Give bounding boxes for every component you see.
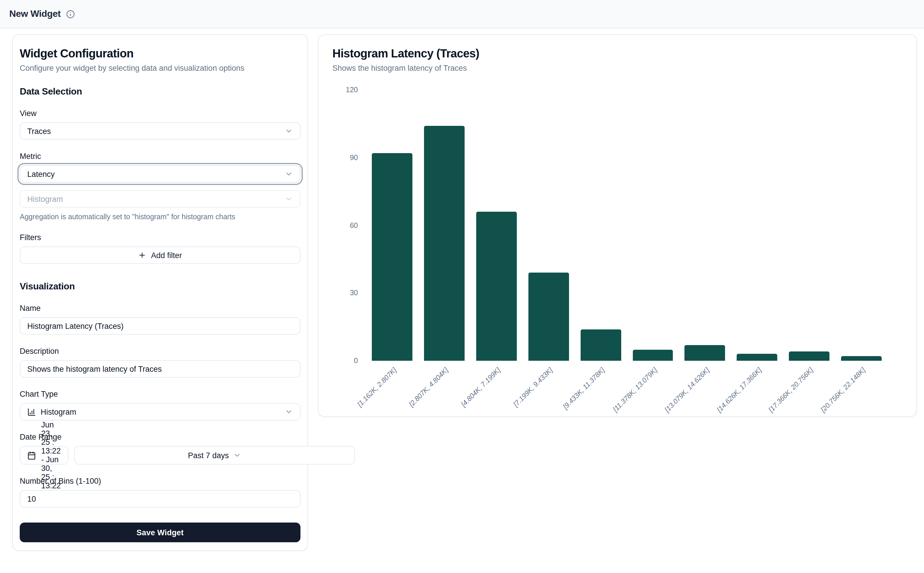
add-filter-button[interactable]: Add filter xyxy=(20,246,301,264)
calendar-icon xyxy=(27,451,36,460)
date-range-field: Date Range Jun 23, 25 : 13:22 - Jun 30, … xyxy=(20,433,301,465)
chart-type-field: Chart Type Histogram xyxy=(20,390,301,421)
x-axis-tick: [9.433K, 11.378K] xyxy=(562,366,606,410)
chart-type-select[interactable]: Histogram xyxy=(20,403,301,421)
widget-configuration-card: Widget Configuration Configure your widg… xyxy=(12,34,308,551)
y-axis-tick: 60 xyxy=(350,221,358,229)
chevron-down-icon xyxy=(285,170,293,178)
aggregation-helper-text: Aggregation is automatically set to "his… xyxy=(20,213,301,221)
view-select[interactable]: Traces xyxy=(20,122,301,140)
section-data-selection: Data Selection xyxy=(20,86,301,97)
bar-slot: [4.804K, 7.199K] xyxy=(476,90,517,361)
x-axis-tick: [2.807K, 4.804K] xyxy=(407,366,450,408)
histogram-bar[interactable] xyxy=(424,126,465,361)
x-axis-tick: [13.079K, 14.626K] xyxy=(663,366,711,414)
filters-field: Filters Add filter xyxy=(20,233,301,264)
bar-slot: [7.199K, 9.433K] xyxy=(528,90,569,361)
x-axis-tick: [11.378K, 13.079K] xyxy=(611,366,659,413)
aggregation-select: Histogram xyxy=(20,190,301,208)
histogram-bar[interactable] xyxy=(685,345,725,361)
histogram-bar[interactable] xyxy=(789,352,830,361)
x-axis-tick: [7.199K, 9.433K] xyxy=(512,366,554,408)
x-axis-tick: [14.626K, 17.366K] xyxy=(715,366,763,414)
histogram-bar[interactable] xyxy=(476,212,517,361)
save-widget-button[interactable]: Save Widget xyxy=(20,523,301,542)
preview-subtitle: Shows the histogram latency of Traces xyxy=(332,64,902,72)
chevron-down-icon xyxy=(285,408,293,416)
bar-slot: [2.807K, 4.804K] xyxy=(424,90,465,361)
chart-type-value: Histogram xyxy=(41,407,76,416)
histogram-bar[interactable] xyxy=(841,356,882,361)
bar-slot: [1.162K, 2.807K] xyxy=(372,90,412,361)
histogram-bar[interactable] xyxy=(528,272,569,361)
bins-input[interactable] xyxy=(20,490,301,507)
chart-bars: [1.162K, 2.807K][2.807K, 4.804K][4.804K,… xyxy=(366,90,882,361)
y-axis-tick: 30 xyxy=(350,289,358,297)
section-visualization: Visualization xyxy=(20,281,301,292)
plus-icon xyxy=(138,251,146,259)
name-input[interactable] xyxy=(20,317,301,335)
date-range-label: Date Range xyxy=(20,433,301,441)
bins-label: Number of Bins (1-100) xyxy=(20,477,301,485)
chevron-down-icon xyxy=(285,127,293,135)
config-card-title: Widget Configuration xyxy=(20,47,301,60)
bar-slot: [17.366K, 20.756K] xyxy=(789,90,830,361)
info-icon[interactable] xyxy=(66,10,75,19)
x-axis-tick: [20.756K, 22.148K] xyxy=(819,366,867,414)
bar-chart-icon xyxy=(27,407,36,416)
bar-slot: [13.079K, 14.626K] xyxy=(685,90,725,361)
widget-preview-card: Histogram Latency (Traces) Shows the his… xyxy=(318,34,917,417)
name-field: Name xyxy=(20,304,301,335)
filters-label: Filters xyxy=(20,233,301,242)
bar-slot: [9.433K, 11.378K] xyxy=(580,90,621,361)
page-header: New Widget xyxy=(0,0,924,28)
metric-select-value: Latency xyxy=(27,170,55,178)
chevron-down-icon xyxy=(233,451,241,459)
view-field: View Traces xyxy=(20,109,301,140)
chart-type-label: Chart Type xyxy=(20,390,301,398)
metric-field: Metric Latency Histogram Aggregation is … xyxy=(20,152,301,221)
metric-select[interactable]: Latency xyxy=(20,165,301,183)
bar-slot: [11.378K, 13.079K] xyxy=(633,90,673,361)
date-range-picker[interactable]: Jun 23, 25 : 13:22 - Jun 30, 25 : 13:22 xyxy=(20,446,69,465)
bins-field: Number of Bins (1-100) xyxy=(20,477,301,507)
histogram-bar[interactable] xyxy=(633,349,673,361)
date-preset-value: Past 7 days xyxy=(188,451,229,460)
chart-y-axis: 0306090120 xyxy=(332,90,358,361)
view-select-value: Traces xyxy=(27,127,51,135)
aggregation-select-value: Histogram xyxy=(27,194,63,203)
y-axis-tick: 120 xyxy=(346,86,358,94)
y-axis-tick: 0 xyxy=(354,357,358,365)
x-axis-tick: [4.804K, 7.199K] xyxy=(460,366,502,408)
bar-slot: [14.626K, 17.366K] xyxy=(737,90,778,361)
histogram-chart: 0306090120 [1.162K, 2.807K][2.807K, 4.80… xyxy=(332,90,902,415)
description-field: Description xyxy=(20,347,301,377)
histogram-bar[interactable] xyxy=(737,354,778,361)
add-filter-label: Add filter xyxy=(151,251,182,260)
date-preset-select[interactable]: Past 7 days xyxy=(74,446,355,465)
histogram-bar[interactable] xyxy=(372,153,412,361)
chevron-down-icon xyxy=(285,195,293,203)
page-title: New Widget xyxy=(9,9,61,19)
description-input[interactable] xyxy=(20,360,301,377)
new-widget-page: New Widget Widget Configuration Configur… xyxy=(0,0,924,573)
bar-slot: [20.756K, 22.148K] xyxy=(841,90,882,361)
histogram-bar[interactable] xyxy=(580,329,621,361)
name-label: Name xyxy=(20,304,301,313)
description-label: Description xyxy=(20,347,301,355)
view-label: View xyxy=(20,109,301,118)
content-area: Widget Configuration Configure your widg… xyxy=(0,28,924,557)
metric-label: Metric xyxy=(20,152,301,161)
preview-title: Histogram Latency (Traces) xyxy=(332,47,902,60)
x-axis-tick: [1.162K, 2.807K] xyxy=(355,366,398,408)
config-card-subtitle: Configure your widget by selecting data … xyxy=(20,64,301,72)
x-axis-tick: [17.366K, 20.756K] xyxy=(767,366,815,414)
y-axis-tick: 90 xyxy=(350,154,358,162)
